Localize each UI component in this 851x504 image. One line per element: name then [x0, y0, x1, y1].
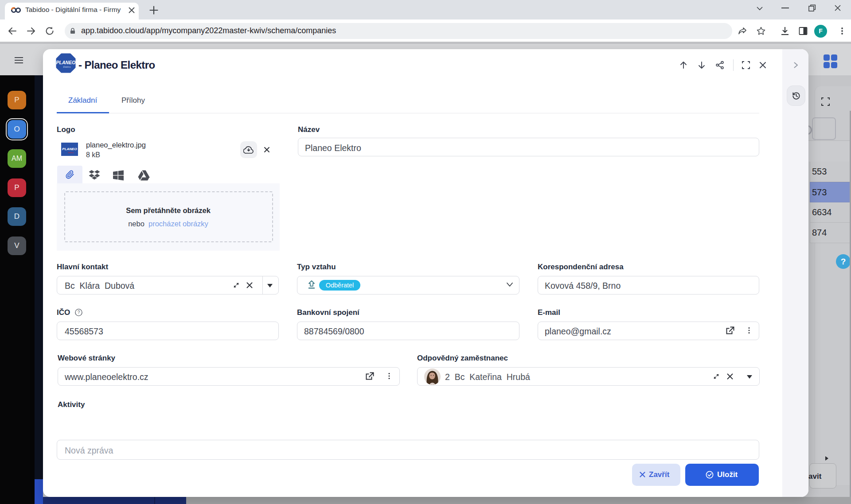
svg-text:PLANEO: PLANEO	[62, 147, 77, 151]
svg-text:PLANEO: PLANEO	[56, 60, 76, 65]
svg-text:?: ?	[78, 310, 80, 315]
svg-text:Elektro: Elektro	[68, 151, 74, 154]
svg-text:Elektro: Elektro	[63, 66, 71, 68]
